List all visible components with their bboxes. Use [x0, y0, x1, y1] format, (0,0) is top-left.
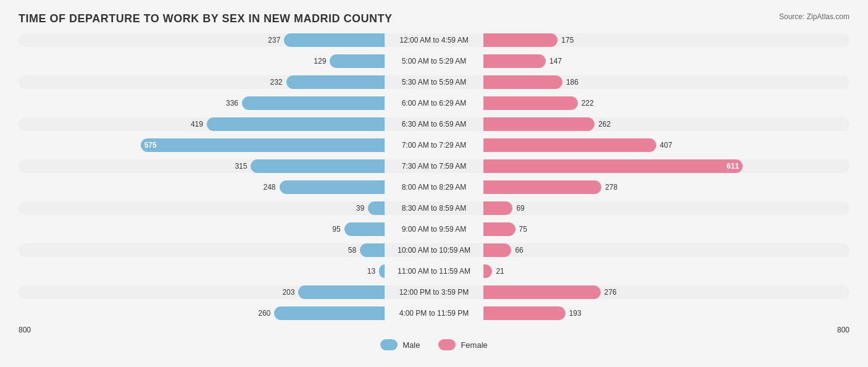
bars-container: 58 10:00 AM to 10:59 AM 66	[19, 243, 849, 257]
bars-container: 232 5:30 AM to 5:59 AM 186	[19, 75, 849, 89]
female-value: 222	[582, 99, 594, 108]
male-value: 13	[367, 267, 375, 276]
chart-row: 419 6:30 AM to 6:59 AM 262	[19, 116, 849, 133]
right-section: 276	[483, 285, 849, 299]
male-value: 248	[263, 183, 275, 192]
male-value: 95	[332, 225, 340, 234]
left-section: 237	[19, 33, 385, 47]
male-value: 260	[258, 309, 270, 318]
legend-male-swatch	[380, 339, 398, 350]
bars-container: 575 7:00 AM to 7:29 AM 407	[19, 138, 849, 152]
male-bar	[242, 96, 385, 110]
legend-male: Male	[380, 339, 420, 350]
left-section: 129	[19, 54, 385, 68]
female-value: 262	[598, 120, 611, 129]
axis-bottom: 800 800	[19, 326, 849, 334]
left-section: 260	[19, 306, 385, 320]
female-value-inside: 611	[727, 162, 739, 171]
time-label: 5:30 AM to 5:59 AM	[385, 78, 483, 86]
bars-container: 419 6:30 AM to 6:59 AM 262	[19, 117, 849, 131]
female-bar	[483, 222, 515, 236]
chart-container: TIME OF DEPARTURE TO WORK BY SEX IN NEW …	[0, 0, 868, 367]
legend-female-swatch	[438, 339, 456, 350]
male-value: 203	[282, 288, 294, 297]
male-bar: 575	[141, 138, 385, 152]
left-section: 203	[19, 285, 385, 299]
male-value: 232	[270, 78, 282, 86]
male-bar	[298, 285, 385, 299]
male-bar	[330, 54, 385, 68]
male-bar	[251, 159, 385, 173]
right-section: 69	[483, 201, 849, 215]
female-value: 407	[660, 141, 672, 150]
left-section: 95	[19, 222, 385, 236]
female-value: 75	[519, 225, 527, 234]
chart-row: 13 11:00 AM to 11:59 AM 21	[19, 263, 849, 280]
bars-container: 129 5:00 AM to 5:29 AM 147	[19, 54, 849, 68]
time-label: 7:00 AM to 7:29 AM	[385, 141, 483, 150]
chart-row: 39 8:30 AM to 8:59 AM 69	[19, 200, 849, 217]
female-value: 175	[561, 36, 574, 44]
male-value: 129	[314, 57, 326, 65]
bars-container: 315 7:30 AM to 7:59 AM 611	[19, 159, 849, 173]
bars-container: 260 4:00 PM to 11:59 PM 193	[19, 306, 849, 320]
male-value: 315	[235, 162, 247, 171]
male-value-inside: 575	[144, 141, 157, 150]
bars-container: 336 6:00 AM to 6:29 AM 222	[19, 96, 849, 110]
female-bar	[483, 33, 557, 47]
female-bar	[483, 117, 595, 131]
axis-right-label: 800	[837, 326, 849, 334]
female-bar: 611	[483, 159, 743, 173]
chart-row: 237 12:00 AM to 4:59 AM 175	[19, 32, 849, 49]
female-bar	[483, 264, 492, 278]
female-bar	[483, 285, 601, 299]
male-value: 39	[356, 204, 364, 213]
time-label: 4:00 PM to 11:59 PM	[385, 309, 483, 318]
left-section: 248	[19, 180, 385, 194]
left-section: 58	[19, 243, 385, 257]
chart-row: 315 7:30 AM to 7:59 AM 611	[19, 158, 849, 175]
bars-container: 95 9:00 AM to 9:59 AM 75	[19, 222, 849, 236]
chart-row: 575 7:00 AM to 7:29 AM 407	[19, 137, 849, 154]
chart-row: 248 8:00 AM to 8:29 AM 278	[19, 179, 849, 196]
right-section: 175	[483, 33, 849, 47]
bars-container: 39 8:30 AM to 8:59 AM 69	[19, 201, 849, 215]
right-section: 407	[483, 138, 849, 152]
legend-male-label: Male	[403, 340, 420, 350]
female-bar	[483, 201, 512, 215]
time-label: 8:00 AM to 8:29 AM	[385, 183, 483, 192]
time-label: 10:00 AM to 10:59 AM	[385, 246, 483, 255]
left-section: 315	[19, 159, 385, 173]
male-bar	[274, 306, 385, 320]
female-bar	[483, 306, 565, 320]
time-label: 12:00 PM to 3:59 PM	[385, 288, 483, 297]
male-bar	[360, 243, 385, 257]
chart-row: 203 12:00 PM to 3:59 PM 276	[19, 284, 849, 301]
female-value: 193	[569, 309, 582, 318]
time-label: 6:30 AM to 6:59 AM	[385, 120, 483, 129]
male-bar	[207, 117, 385, 131]
male-bar	[286, 75, 385, 89]
chart-area: 237 12:00 AM to 4:59 AM 175 129 5:00	[19, 32, 849, 322]
bars-container: 13 11:00 AM to 11:59 AM 21	[19, 264, 849, 278]
male-bar	[368, 201, 385, 215]
time-label: 6:00 AM to 6:29 AM	[385, 99, 483, 108]
source-text: Source: ZipAtlas.com	[779, 12, 849, 21]
right-section: 21	[483, 264, 849, 278]
chart-row: 129 5:00 AM to 5:29 AM 147	[19, 53, 849, 70]
time-label: 11:00 AM to 11:59 AM	[385, 267, 483, 276]
male-value: 336	[226, 99, 238, 108]
time-label: 9:00 AM to 9:59 AM	[385, 225, 483, 234]
male-bar	[344, 222, 385, 236]
right-section: 278	[483, 180, 849, 194]
chart-title: TIME OF DEPARTURE TO WORK BY SEX IN NEW …	[19, 12, 849, 25]
female-value: 147	[549, 57, 562, 65]
bars-container: 237 12:00 AM to 4:59 AM 175	[19, 33, 849, 47]
male-value: 419	[191, 120, 203, 129]
male-bar	[379, 264, 385, 278]
female-value: 278	[605, 183, 617, 192]
time-label: 8:30 AM to 8:59 AM	[385, 204, 483, 213]
time-label: 12:00 AM to 4:59 AM	[385, 36, 483, 44]
legend-female: Female	[438, 339, 487, 350]
female-value: 69	[516, 204, 524, 213]
